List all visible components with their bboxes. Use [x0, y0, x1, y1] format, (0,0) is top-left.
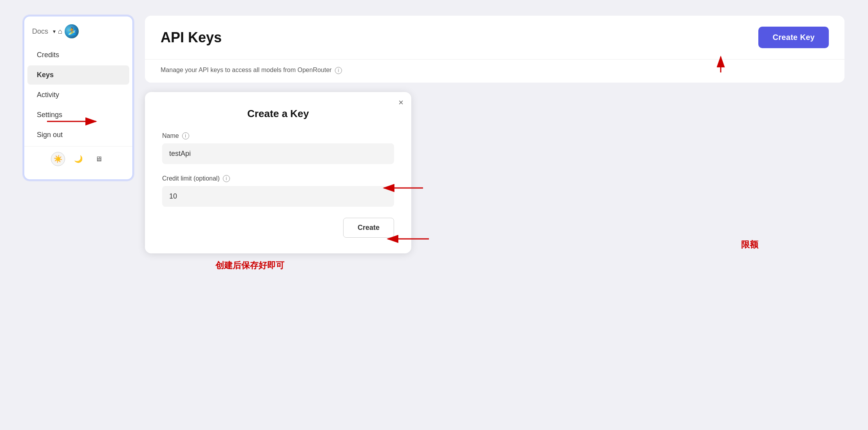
- sidebar-menu: Credits Keys Activity Settings Sign out: [24, 45, 132, 145]
- page-subtitle: Manage your API keys to access all model…: [161, 67, 829, 74]
- sidebar-docs-label: Docs: [32, 27, 48, 36]
- modal-footer: Create: [162, 218, 394, 238]
- credit-limit-info-icon[interactable]: i: [223, 175, 230, 182]
- sidebar-panel: Docs ▾ ⌂ 🏄 Credits Keys Activity: [24, 16, 133, 180]
- name-label: Name i: [162, 132, 394, 139]
- avatar[interactable]: 🏄: [65, 24, 79, 38]
- theme-controls: ☀️ 🌙 🖥: [24, 146, 132, 172]
- avatar-image: 🏄: [65, 24, 79, 38]
- credit-limit-field-group: Credit limit (optional) i: [162, 175, 394, 207]
- name-field-group: Name i: [162, 132, 394, 164]
- chinese-annotation: 创建后保存好即可: [215, 260, 284, 270]
- theme-dark-button[interactable]: 🌙: [71, 152, 85, 166]
- sidebar-controls: ▾ ⌂ 🏄: [53, 24, 79, 38]
- sidebar-item-activity[interactable]: Activity: [27, 85, 129, 105]
- credit-limit-label: Credit limit (optional) i: [162, 175, 394, 182]
- create-key-modal: × Create a Key Name i Credit limit (opti…: [145, 92, 411, 253]
- sidebar-item-credits[interactable]: Credits: [27, 45, 129, 65]
- main-content: API Keys Create Key Manage your API keys…: [145, 16, 844, 414]
- modal-close-button[interactable]: ×: [398, 98, 403, 107]
- name-input[interactable]: [162, 143, 394, 164]
- limit-annotation: 限额: [741, 239, 758, 251]
- sidebar-item-settings[interactable]: Settings: [27, 105, 129, 125]
- subtitle-bar: Manage your API keys to access all model…: [145, 60, 844, 83]
- sidebar: Docs ▾ ⌂ 🏄 Credits Keys Activity: [24, 16, 133, 414]
- chevron-down-icon[interactable]: ▾: [53, 28, 56, 34]
- header-section: API Keys Create Key Manage your API keys…: [145, 16, 844, 83]
- sidebar-item-signout[interactable]: Sign out: [27, 125, 129, 145]
- modal-title: Create a Key: [162, 108, 394, 120]
- theme-light-button[interactable]: ☀️: [51, 152, 65, 166]
- sidebar-header: Docs ▾ ⌂ 🏄: [24, 24, 132, 45]
- create-key-button[interactable]: Create Key: [758, 27, 829, 48]
- name-info-icon[interactable]: i: [182, 132, 189, 139]
- api-keys-header: API Keys Create Key: [145, 16, 844, 60]
- create-button[interactable]: Create: [343, 218, 394, 238]
- home-icon[interactable]: ⌂: [58, 27, 62, 36]
- info-icon[interactable]: i: [335, 67, 342, 74]
- page-title: API Keys: [161, 29, 222, 46]
- sidebar-item-keys[interactable]: Keys: [27, 65, 129, 85]
- credit-limit-input[interactable]: [162, 186, 394, 207]
- theme-system-button[interactable]: 🖥: [92, 152, 106, 166]
